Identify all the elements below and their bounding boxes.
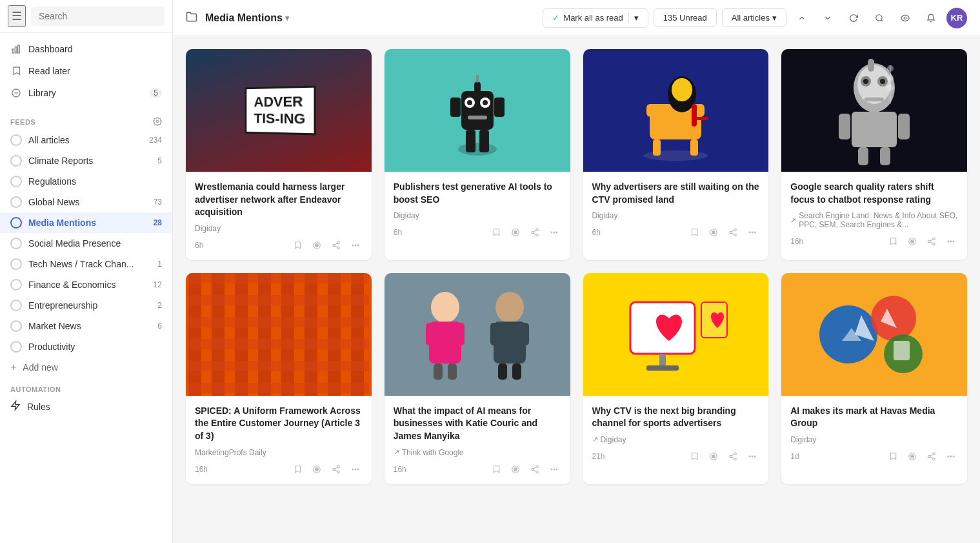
article-time: 1d [790, 452, 881, 461]
view-button[interactable] [895, 8, 915, 28]
svg-rect-69 [868, 59, 874, 72]
article-more-button[interactable] [348, 240, 363, 251]
folder-icon [186, 11, 197, 25]
article-card-7[interactable]: Why CTV is the next big branding channel… [583, 273, 769, 484]
article-body: Why CTV is the next big branding channel… [583, 396, 769, 471]
filter-button[interactable]: All articles ▾ [722, 8, 786, 27]
article-more-button[interactable] [944, 451, 958, 462]
svg-line-8 [881, 19, 883, 21]
article-bookmark-button[interactable] [886, 236, 900, 247]
article-more-button[interactable] [944, 236, 958, 247]
refresh-button[interactable] [843, 8, 864, 28]
sidebar-item-regulations[interactable]: Regulations [0, 171, 172, 192]
article-bookmark-button[interactable] [489, 227, 503, 238]
search-button[interactable] [869, 8, 890, 28]
mark-all-read-button[interactable]: ✓ Mark all as read ▾ [543, 8, 648, 28]
article-share-button[interactable] [528, 464, 542, 475]
article-share-button[interactable] [925, 236, 939, 247]
trend-icon: ↗ [592, 435, 598, 444]
search-input[interactable] [31, 6, 165, 26]
svg-point-5 [156, 120, 159, 123]
sidebar-item-entrepreneurship[interactable]: Entrepreneurship 2 [0, 295, 172, 316]
article-read-button[interactable] [706, 451, 721, 462]
bookmark-icon [10, 65, 22, 77]
article-more-button[interactable] [547, 227, 561, 238]
article-read-button[interactable] [706, 227, 721, 238]
sidebar-item-tech-news[interactable]: Tech News / Track Chan... 1 [0, 254, 172, 274]
article-read-button[interactable] [905, 451, 919, 462]
sidebar-item-dashboard[interactable]: Dashboard [0, 38, 172, 60]
article-title: Publishers test generative AI tools to b… [394, 181, 561, 206]
svg-rect-32 [479, 130, 489, 152]
article-card-6[interactable]: What the impact of AI means for business… [385, 273, 570, 484]
article-read-button[interactable] [310, 240, 324, 251]
article-bookmark-button[interactable] [687, 227, 701, 238]
svg-rect-116 [455, 323, 465, 345]
article-card-3[interactable]: Why advertisers are still waiting on the… [583, 49, 769, 260]
feeds-settings-icon[interactable] [153, 117, 162, 127]
article-card-8[interactable]: AI makes its mark at Havas Media Group D… [781, 273, 967, 484]
sidebar-item-social-media[interactable]: Social Media Presence [0, 233, 172, 254]
sidebar-nav: Dashboard Read later Library 5 [0, 33, 172, 109]
article-read-button[interactable] [508, 464, 523, 475]
sidebar-item-rules[interactable]: Rules [0, 396, 172, 417]
sidebar-item-global-news[interactable]: Global News 73 [0, 192, 172, 212]
article-share-button[interactable] [726, 227, 740, 238]
article-read-button[interactable] [508, 227, 523, 238]
article-card-1[interactable]: ADVERTIS-ING Wrestlemania could harness … [186, 49, 372, 260]
svg-point-87 [950, 241, 952, 242]
circle-icon [10, 258, 22, 270]
feed-label: Media Mentions [28, 218, 147, 228]
feed-badge: 73 [154, 198, 162, 207]
menu-icon[interactable]: ☰ [8, 5, 26, 27]
sidebar-item-read-later[interactable]: Read later [0, 60, 172, 82]
svg-rect-102 [188, 383, 369, 393]
sidebar-item-all-articles[interactable]: All articles 234 [0, 130, 172, 150]
article-card-5[interactable]: SPICED: A Uniform Framework Across the E… [186, 273, 372, 484]
trend-icon: ↗ [394, 448, 399, 456]
notification-button[interactable] [921, 8, 941, 28]
article-bookmark-button[interactable] [489, 464, 503, 475]
sort-desc-button[interactable] [817, 8, 838, 28]
article-bookmark-button[interactable] [290, 464, 305, 475]
sidebar-item-library[interactable]: Library 5 [0, 82, 172, 104]
svg-line-57 [732, 233, 734, 234]
svg-rect-118 [448, 364, 457, 380]
svg-point-146 [749, 456, 750, 457]
article-share-button[interactable] [329, 464, 343, 475]
sidebar-item-media-mentions[interactable]: Media Mentions 28 [0, 212, 172, 233]
add-new-button[interactable]: + Add new [0, 357, 172, 378]
svg-point-25 [483, 100, 488, 105]
article-share-button[interactable] [329, 240, 343, 251]
article-more-button[interactable] [348, 464, 363, 475]
sidebar-item-finance[interactable]: Finance & Economics 12 [0, 274, 172, 295]
user-avatar[interactable]: KR [946, 8, 967, 28]
svg-point-150 [871, 296, 916, 341]
sort-asc-button[interactable] [792, 8, 812, 28]
article-read-button[interactable] [310, 464, 324, 475]
article-bookmark-button[interactable] [886, 451, 900, 462]
svg-point-65 [863, 79, 868, 84]
article-more-button[interactable] [547, 464, 561, 475]
article-time: 16h [195, 465, 285, 474]
article-thumbnail [781, 273, 967, 396]
svg-line-130 [534, 469, 536, 471]
feed-badge: 12 [154, 280, 162, 289]
article-more-button[interactable] [745, 451, 759, 462]
article-card-4[interactable]: Google search quality raters shift focus… [781, 49, 967, 260]
header-title[interactable]: Media Mentions ▾ [205, 12, 289, 24]
unread-count-button[interactable]: 135 Unread [654, 8, 717, 27]
sidebar-item-climate-reports[interactable]: Climate Reports 5 [0, 150, 172, 171]
sidebar-item-market-news[interactable]: Market News 6 [0, 316, 172, 336]
article-share-button[interactable] [726, 451, 740, 462]
article-share-button[interactable] [528, 227, 542, 238]
article-thumbnail [781, 49, 967, 172]
article-source: Digiday [592, 211, 760, 220]
article-card-2[interactable]: Publishers test generative AI tools to b… [385, 49, 570, 260]
article-share-button[interactable] [925, 451, 939, 462]
article-bookmark-button[interactable] [290, 240, 305, 251]
article-more-button[interactable] [745, 227, 759, 238]
article-bookmark-button[interactable] [687, 451, 701, 462]
article-read-button[interactable] [905, 236, 919, 247]
sidebar-item-productivity[interactable]: Productivity [0, 336, 172, 357]
